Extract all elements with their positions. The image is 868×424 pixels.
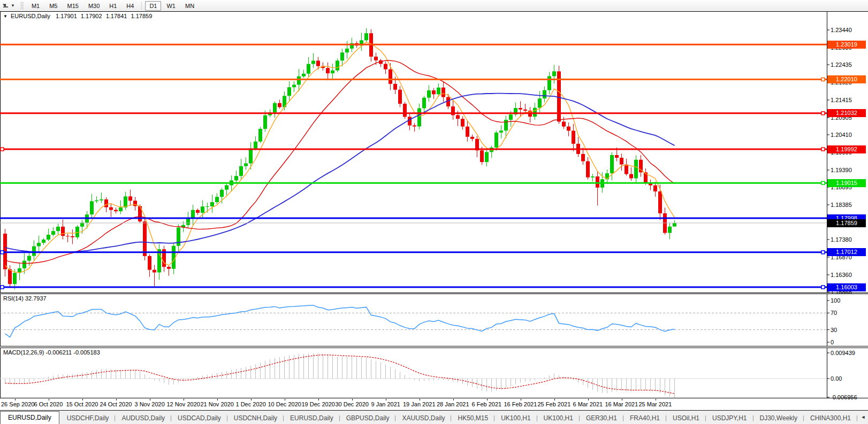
date-tick-mark — [116, 399, 117, 400]
chart-tab-bar: EURUSD,DailyUSDCHF,DailyAUDUSD,DailyUSDC… — [0, 410, 868, 424]
timeframe-button-h1[interactable]: H1 — [105, 1, 121, 11]
date-tick-mark — [15, 399, 16, 400]
chart-tab-fra40-h1[interactable]: FRA40,H1 — [623, 412, 666, 424]
timeframe-button-w1[interactable]: W1 — [162, 1, 180, 11]
chart-tab-china300-h1[interactable]: CHINA300,H1 — [804, 412, 857, 424]
date-tick-mark — [554, 399, 555, 400]
date-label[interactable]: 6 Mar 2021 — [573, 401, 603, 407]
price-level-badge: 1.21032 — [827, 109, 866, 117]
date-tick-mark — [318, 399, 319, 400]
tab-scroll-buttons: ◄► — [857, 411, 868, 424]
price-axis-tick: 1.18385 — [831, 201, 866, 209]
ohlc-low: 1.17841 — [106, 13, 127, 19]
chart-symbol-label: EURUSD,Daily — [11, 13, 50, 19]
rsi-canvas[interactable] — [0, 294, 868, 346]
ohlc-open: 1.17901 — [56, 13, 77, 19]
main-chart-pane[interactable]: ▼ EURUSD,Daily 1.17901 1.17902 1.17841 1… — [0, 11, 868, 293]
chevron-down-icon[interactable]: ▼ — [11, 3, 15, 8]
rsi-axis-tick: 100 — [831, 297, 866, 304]
price-axis-tick: 1.19390 — [831, 166, 866, 174]
timeframe-button-m15[interactable]: M15 — [63, 1, 82, 11]
price-axis-tick: 1.22435 — [831, 61, 866, 68]
date-label[interactable]: 9 Jan 2021 — [371, 401, 400, 407]
chart-tab-hk50-m15[interactable]: HK50,M15 — [451, 412, 494, 424]
date-label[interactable]: 10 Dec 2020 — [268, 401, 301, 407]
date-tick-mark — [184, 399, 184, 400]
price-level-badge: 1.19015 — [827, 179, 866, 187]
timeframe-button-mn[interactable]: MN — [181, 1, 199, 11]
rsi-indicator-pane[interactable]: RSI(14) 32.7937 10070300 — [0, 294, 868, 346]
chart-tab-usdjpy-h1[interactable]: USDJPY,H1 — [706, 412, 753, 424]
date-tick-mark — [82, 399, 83, 400]
macd-canvas[interactable] — [0, 348, 868, 398]
price-level-badge: 1.19992 — [827, 145, 866, 153]
date-label[interactable]: 6 Oct 2020 — [34, 401, 63, 407]
price-level-badge: 1.17012 — [827, 248, 866, 256]
date-tick-mark — [285, 399, 285, 400]
chart-tab-ger30-h1[interactable]: GER30,H1 — [580, 412, 623, 424]
chart-tab-audusd-daily[interactable]: AUDUSD,Daily — [115, 412, 171, 424]
timeframe-button-h4[interactable]: H4 — [122, 1, 138, 11]
chart-tab-gbpusd-daily[interactable]: GBPUSD,Daily — [340, 412, 396, 424]
chart-tab-eurusd-daily[interactable]: EURUSD,Daily — [284, 412, 340, 424]
toolbar-grip[interactable] — [20, 2, 24, 10]
ohlc-close: 1.17859 — [131, 13, 153, 19]
date-tick-mark — [656, 399, 656, 400]
price-level-badge: 1.22010 — [827, 75, 866, 83]
chart-tab-eurusd-daily[interactable]: EURUSD,Daily — [0, 411, 59, 424]
macd-axis-tick: 0.009439 — [831, 349, 866, 357]
chart-tab-dj30-weekly[interactable]: DJ30,Weekly — [753, 412, 804, 424]
chart-tab-usdcad-daily[interactable]: USDCAD,Daily — [171, 412, 227, 424]
date-tick-mark — [622, 399, 622, 400]
date-tick-mark — [49, 399, 49, 400]
collapse-arrow-icon[interactable]: ▼ — [3, 14, 7, 19]
timeframe-button-m5[interactable]: M5 — [45, 1, 62, 11]
tab-scroll-left-icon[interactable]: ◄ — [859, 413, 867, 422]
date-axis[interactable]: 26 Sep 20206 Oct 202015 Oct 202024 Oct 2… — [0, 399, 868, 410]
date-label[interactable]: 26 Sep 2020 — [1, 401, 34, 407]
chart-tab-xauusd-daily[interactable]: XAUUSD,Daily — [395, 412, 451, 424]
timeframe-button-m1[interactable]: M1 — [27, 1, 44, 11]
date-label[interactable]: 12 Nov 2020 — [167, 401, 200, 407]
date-label[interactable]: 25 Feb 2021 — [538, 401, 571, 407]
chart-tab-uk100-h1[interactable]: UK100,H1 — [494, 412, 537, 424]
chart-tab-uk100-h1[interactable]: UK100,H1 — [537, 412, 580, 424]
date-tick-mark — [420, 399, 420, 400]
macd-label: MACD(12,26,9) -0.006211 -0.005183 — [3, 349, 100, 356]
date-label[interactable]: 3 Nov 2020 — [135, 401, 165, 407]
date-label[interactable]: 16 Feb 2021 — [504, 401, 537, 407]
date-label[interactable]: 15 Oct 2020 — [66, 401, 98, 407]
chart-tab-usdcnh-daily[interactable]: USDCNH,Daily — [227, 412, 284, 424]
date-label[interactable]: 6 Feb 2021 — [472, 401, 502, 407]
price-axis-tick: 1.23440 — [831, 26, 866, 34]
date-label[interactable]: 30 Dec 2020 — [336, 401, 369, 407]
date-label[interactable]: 25 Mar 2021 — [639, 401, 672, 407]
macd-axis-tick: 0.00 — [831, 375, 866, 382]
date-tick-mark — [588, 399, 589, 400]
date-label[interactable]: 16 Mar 2021 — [605, 401, 638, 407]
date-label[interactable]: 1 Dec 2020 — [236, 401, 266, 407]
rsi-axis-tick: 70 — [831, 309, 866, 317]
price-level-badge: 1.23019 — [827, 41, 866, 49]
price-axis-tick: 1.20410 — [831, 131, 866, 138]
rsi-label: RSI(14) 32.7937 — [3, 295, 47, 302]
chart-tab-usoil-h1[interactable]: USOil,H1 — [666, 412, 706, 424]
date-tick-mark — [217, 399, 218, 400]
date-label[interactable]: 21 Nov 2020 — [201, 401, 234, 407]
price-chart-canvas[interactable] — [0, 11, 868, 293]
price-axis-tick: 1.21415 — [831, 96, 866, 104]
date-tick-mark — [251, 399, 252, 400]
date-label[interactable]: 28 Jan 2021 — [437, 401, 469, 407]
date-label[interactable]: 19 Jan 2021 — [403, 401, 436, 407]
timeframe-button-d1[interactable]: D1 — [145, 1, 161, 11]
date-tick-mark — [521, 399, 521, 400]
chart-title: ▼ EURUSD,Daily 1.17901 1.17902 1.17841 1… — [3, 13, 152, 19]
date-tick-mark — [453, 399, 454, 400]
ohlc-high: 1.17902 — [81, 13, 102, 19]
date-label[interactable]: 19 Dec 2020 — [302, 401, 335, 407]
timeframe-button-m30[interactable]: M30 — [84, 1, 104, 11]
macd-indicator-pane[interactable]: MACD(12,26,9) -0.006211 -0.005183 0.0094… — [0, 348, 868, 398]
date-label[interactable]: 24 Oct 2020 — [100, 401, 132, 407]
pointer-tool-icon[interactable] — [3, 2, 10, 9]
chart-tab-usdchf-daily[interactable]: USDCHF,Daily — [60, 412, 116, 424]
